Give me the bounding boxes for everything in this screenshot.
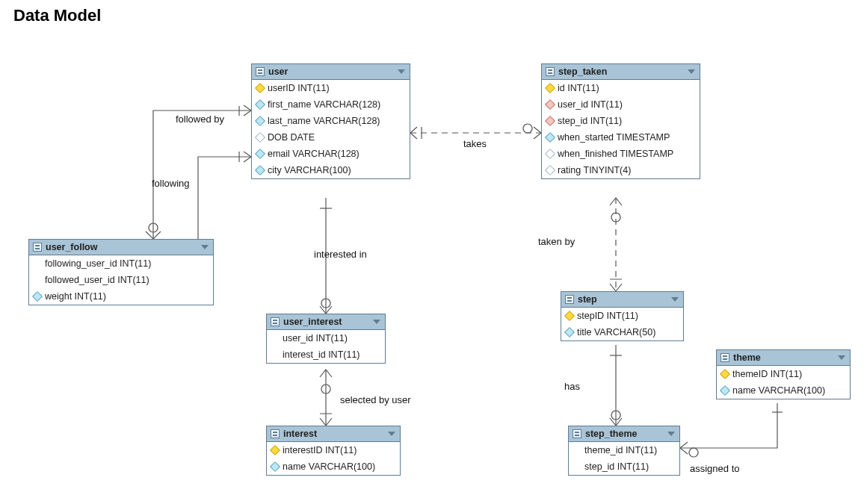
column: followed_user_id INT(11) bbox=[29, 272, 213, 288]
table-columns: stepID INT(11)title VARCHAR(50) bbox=[561, 308, 683, 340]
diamond-icon bbox=[545, 116, 555, 126]
table-header-step-taken[interactable]: step_taken bbox=[542, 64, 700, 80]
column-text: theme_id INT(11) bbox=[584, 445, 657, 455]
column: interest_id INT(11) bbox=[267, 346, 385, 363]
key-icon bbox=[720, 369, 730, 379]
rel-label-followed-by: followed by bbox=[176, 113, 224, 125]
diamond-icon bbox=[255, 132, 265, 143]
table-header-step[interactable]: step bbox=[561, 292, 683, 308]
rel-label-assigned-to: assigned to bbox=[690, 463, 740, 474]
column: user_id INT(11) bbox=[542, 96, 700, 113]
key-icon bbox=[545, 83, 555, 93]
column-text: title VARCHAR(50) bbox=[577, 327, 655, 337]
table-name: user_interest bbox=[283, 317, 342, 327]
table-icon bbox=[720, 353, 729, 362]
rel-label-following: following bbox=[152, 178, 190, 189]
column: user_id INT(11) bbox=[267, 330, 385, 346]
column-text: email VARCHAR(128) bbox=[268, 149, 360, 159]
column-text: themeID INT(11) bbox=[732, 369, 802, 379]
table-name: theme bbox=[733, 352, 761, 363]
collapse-icon[interactable] bbox=[838, 355, 845, 360]
column: weight INT(11) bbox=[29, 288, 213, 305]
column: interestID INT(11) bbox=[267, 442, 400, 458]
column-text: step_id INT(11) bbox=[584, 461, 649, 472]
table-header-interest[interactable]: interest bbox=[267, 426, 400, 442]
key-icon bbox=[255, 83, 265, 93]
column-text: name VARCHAR(100) bbox=[732, 385, 825, 396]
column: email VARCHAR(128) bbox=[252, 146, 410, 162]
column: stepID INT(11) bbox=[561, 308, 683, 324]
column-text: interest_id INT(11) bbox=[283, 349, 360, 360]
column: last_name VARCHAR(128) bbox=[252, 113, 410, 129]
table-columns: user_id INT(11)interest_id INT(11) bbox=[267, 330, 385, 363]
diamond-icon bbox=[545, 149, 555, 159]
column: name VARCHAR(100) bbox=[267, 458, 400, 475]
column-text: when_finished TIMESTAMP bbox=[558, 149, 673, 159]
collapse-icon[interactable] bbox=[398, 69, 405, 74]
table-step: step stepID INT(11)title VARCHAR(50) bbox=[561, 291, 684, 341]
column-text: rating TINYINT(4) bbox=[558, 165, 631, 175]
table-header-step-theme[interactable]: step_theme bbox=[569, 426, 679, 442]
column-text: weight INT(11) bbox=[45, 291, 106, 302]
diamond-icon bbox=[720, 385, 730, 396]
table-icon bbox=[256, 67, 265, 76]
column-text: user_id INT(11) bbox=[558, 99, 623, 110]
rel-label-has: has bbox=[564, 381, 580, 392]
column-text: city VARCHAR(100) bbox=[268, 165, 351, 175]
rel-label-taken-by: taken by bbox=[538, 236, 575, 247]
table-icon bbox=[565, 295, 574, 304]
table-name: step_taken bbox=[558, 66, 607, 77]
diamond-icon bbox=[545, 132, 555, 143]
table-icon bbox=[546, 67, 555, 76]
diamond-icon bbox=[545, 165, 555, 175]
collapse-icon[interactable] bbox=[201, 245, 209, 249]
collapse-icon[interactable] bbox=[667, 432, 675, 436]
column-text: first_name VARCHAR(128) bbox=[268, 99, 380, 110]
collapse-icon[interactable] bbox=[688, 69, 695, 74]
rel-label-interested-in: interested in bbox=[314, 249, 367, 260]
table-name: user_follow bbox=[46, 242, 97, 252]
column: DOB DATE bbox=[252, 129, 410, 146]
column: rating TINYINT(4) bbox=[542, 162, 700, 178]
column: following_user_id INT(11) bbox=[29, 255, 213, 272]
table-name: user bbox=[268, 66, 288, 77]
table-name: step bbox=[578, 294, 597, 305]
collapse-icon[interactable] bbox=[388, 432, 395, 436]
key-icon bbox=[270, 445, 280, 455]
column-text: DOB DATE bbox=[268, 132, 315, 143]
table-user-follow: user_follow following_user_id INT(11)fol… bbox=[28, 239, 214, 305]
column-text: when_started TIMESTAMP bbox=[558, 132, 670, 143]
table-header-user-follow[interactable]: user_follow bbox=[29, 240, 213, 255]
table-columns: themeID INT(11)name VARCHAR(100) bbox=[717, 366, 850, 399]
table-user-interest: user_interest user_id INT(11)interest_id… bbox=[266, 314, 386, 364]
column: name VARCHAR(100) bbox=[717, 382, 850, 399]
table-user: user userID INT(11)first_name VARCHAR(12… bbox=[251, 63, 410, 179]
column-text: id INT(11) bbox=[558, 83, 599, 93]
diamond-icon bbox=[255, 99, 265, 110]
diamond-icon bbox=[545, 99, 555, 110]
column: city VARCHAR(100) bbox=[252, 162, 410, 178]
table-header-user-interest[interactable]: user_interest bbox=[267, 314, 385, 330]
column: id INT(11) bbox=[542, 80, 700, 96]
column-text: last_name VARCHAR(128) bbox=[268, 116, 380, 126]
table-columns: following_user_id INT(11)followed_user_i… bbox=[29, 255, 213, 305]
collapse-icon[interactable] bbox=[373, 320, 380, 324]
table-header-user[interactable]: user bbox=[252, 64, 410, 80]
table-columns: interestID INT(11)name VARCHAR(100) bbox=[267, 442, 400, 475]
column: theme_id INT(11) bbox=[569, 442, 679, 458]
table-header-theme[interactable]: theme bbox=[717, 350, 850, 366]
column: step_id INT(11) bbox=[542, 113, 700, 129]
table-theme: theme themeID INT(11)name VARCHAR(100) bbox=[716, 349, 851, 399]
column-text: stepID INT(11) bbox=[577, 311, 638, 321]
diamond-icon bbox=[564, 327, 575, 337]
table-icon bbox=[271, 317, 280, 326]
key-icon bbox=[564, 311, 575, 321]
column: themeID INT(11) bbox=[717, 366, 850, 382]
column-text: interestID INT(11) bbox=[283, 445, 357, 455]
diamond-icon bbox=[32, 291, 43, 302]
column-text: step_id INT(11) bbox=[558, 116, 622, 126]
collapse-icon[interactable] bbox=[671, 297, 679, 302]
table-icon bbox=[271, 429, 280, 438]
table-icon bbox=[573, 429, 581, 438]
column-text: userID INT(11) bbox=[268, 83, 330, 93]
